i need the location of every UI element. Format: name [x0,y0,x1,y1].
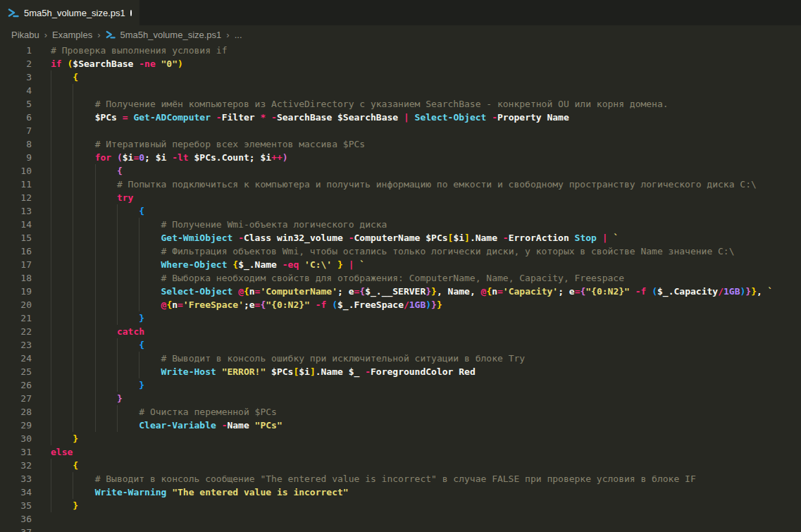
code-line[interactable]: 18 # Выборка необходим свойств для отобр… [0,271,801,285]
token: - [503,233,509,243]
breadcrumb-item-symbol[interactable]: ... [235,30,242,40]
code-line[interactable]: 26 } [0,378,801,392]
token: ( [652,286,657,297]
token: Get-WmiObject [161,233,239,243]
code-line[interactable]: 9 for ($i=0; $i -lt $PCs.Count; $i++) [0,151,801,164]
line-number: 35 [0,499,32,512]
indent-guide [73,378,73,392]
code-line[interactable]: 6 $PCs = Get-ADComputer -Filter * -Searc… [0,111,801,124]
token: .Count [216,152,249,163]
indent-guide [73,111,73,124]
code-line[interactable]: 14 # Получение Wmi-объекта логического д… [0,218,801,231]
indent-guide [139,258,139,271]
breadcrumb-item-file[interactable]: 5ma5h_volume_size.ps1 [120,30,222,40]
line-number: 21 [0,311,32,325]
code-line[interactable]: 37 [0,526,801,532]
code-line[interactable]: 29 Clear-Variable -Name "PCs" [0,419,801,432]
token: n [249,286,255,297]
code-line[interactable]: 36 [0,512,801,526]
token: - [492,112,497,123]
code-line[interactable]: 27 } [0,392,801,405]
line-number: 6 [0,111,32,124]
code-line[interactable]: 21 } [0,311,801,325]
token: | [349,259,360,270]
code-line[interactable]: 16 # Фильтрация объектов Wmi, чтобы оста… [0,245,801,258]
code-line[interactable]: 13 { [0,204,801,218]
code-text: } [51,432,801,445]
code-line[interactable]: 31else [0,445,801,459]
indent-guide [51,325,51,338]
powershell-icon [8,7,19,18]
code-line[interactable]: 5 # Получение имён компьютеров из Active… [0,97,801,111]
code-editor[interactable]: 1# Проверка выполнения условия if2if ($S… [0,44,801,532]
indent-guide [117,365,118,378]
token: # Попытка подключиться к компьютера и по… [117,179,757,190]
indent-guide [73,419,73,432]
code-line[interactable]: 2if ($SearchBase -ne "0") [0,57,801,70]
indent-guide [139,271,139,285]
code-line[interactable]: 23 { [0,338,801,352]
line-number: 31 [0,445,32,459]
token: { [139,206,144,216]
code-line[interactable]: 7 [0,124,801,137]
indent-guide [117,311,118,325]
indent-guide [51,499,51,512]
indent-guide [95,258,96,271]
indent-guide [73,298,73,311]
token: ( [332,299,337,310]
code-line[interactable]: 15 Get-WmiObject -Class win32_volume -Co… [0,231,801,245]
code-text: Write-Warning "The entered value is inco… [51,485,801,499]
code-line[interactable]: 24 # Выводит в консоль ошибку при исключ… [0,352,801,365]
code-line[interactable]: 32 { [0,459,801,472]
indent-guide [117,231,118,245]
token: # Очистка переменной $PCs [139,407,277,417]
code-line[interactable]: 8 # Итеративный перебор всех элементов м… [0,137,801,151]
code-text: # Выводит в консоль сообщение "The enter… [51,472,801,485]
line-number: 3 [0,70,32,84]
modified-dot-icon[interactable] [130,10,132,16]
line-number: 9 [0,151,32,164]
token: # Фильтрация объектов Wmi, чтобы осталис… [161,246,735,256]
code-line[interactable]: 34 Write-Warning "The entered value is i… [0,485,801,499]
code-line[interactable]: 22 catch [0,325,801,338]
token: $i [123,152,134,163]
token: else [51,447,73,457]
code-line[interactable]: 20 @{n='FreeSpace';e={"{0:N2}" -f ($_.Fr… [0,298,801,311]
code-line[interactable]: 30 } [0,432,801,445]
code-line[interactable]: 12 try [0,191,801,204]
breadcrumb-item-folder[interactable]: Pikabu [11,30,39,40]
token: $i [156,152,172,163]
code-text: if ($SearchBase -ne "0") [51,57,801,70]
token: { [73,460,78,471]
token: / [718,286,724,297]
code-line[interactable]: 11 # Попытка подключиться к компьютера и… [0,178,801,191]
indent-guide [51,258,51,271]
token: ` [359,259,365,270]
token: } [73,433,78,444]
breadcrumb-item-folder[interactable]: Examples [52,30,92,40]
token: ) [282,152,288,163]
token: ) [178,58,183,69]
code-line[interactable]: 4 [0,84,801,97]
code-line[interactable]: 1# Проверка выполнения условия if [0,44,801,57]
code-line[interactable]: 28 # Очистка переменной $PCs [0,405,801,419]
token: } [139,313,144,323]
code-line[interactable]: 10 { [0,164,801,178]
code-line[interactable]: 33 # Выводит в консоль сообщение "The en… [0,472,801,485]
code-line[interactable]: 25 Write-Host "ERROR!" $PCs[$i].Name $_ … [0,365,801,378]
token: "PCs" [255,420,282,431]
code-line[interactable]: 35 } [0,499,801,512]
token: $i [299,366,310,377]
code-line[interactable]: 3 { [0,70,801,84]
tab-label: 5ma5h_volume_size.ps1 [24,8,125,18]
indent-guide [51,245,51,258]
token: -eq [282,259,304,270]
code-line[interactable]: 17 Where-Object {$_.Name -eq 'C:\' } | ` [0,258,801,271]
token: ; [337,286,349,297]
indent-guide [73,191,73,204]
indent-guide [73,151,73,164]
token: ; [249,152,261,163]
code-line[interactable]: 19 Select-Object @{n='ComputerName'; e={… [0,285,801,298]
indent-guide [95,218,96,231]
tab-5ma5h_volume_size[interactable]: 5ma5h_volume_size.ps1 [0,0,139,25]
